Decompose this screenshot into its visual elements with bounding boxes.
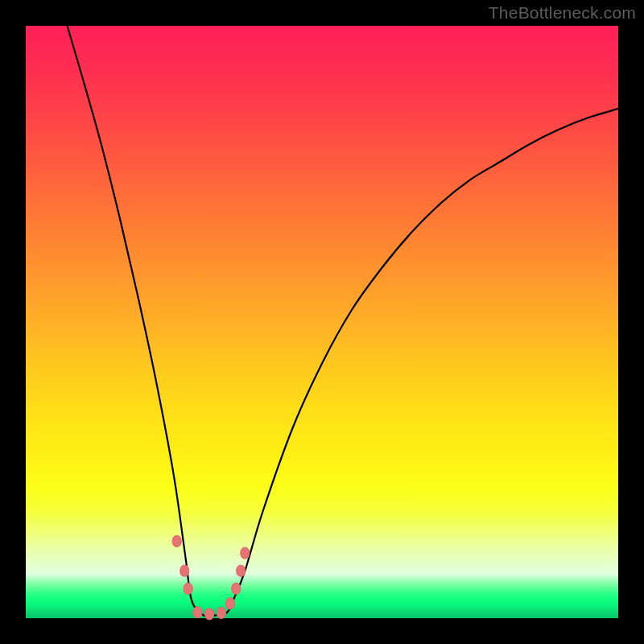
highlight-marker bbox=[184, 583, 192, 594]
highlight-marker bbox=[180, 565, 189, 576]
highlight-marker bbox=[241, 547, 250, 559]
highlight-marker bbox=[232, 583, 241, 594]
highlight-marker bbox=[225, 598, 234, 609]
bottleneck-curve bbox=[68, 26, 621, 617]
chart-frame: TheBottleneck.com bbox=[0, 0, 644, 644]
highlight-marker bbox=[237, 565, 246, 576]
curve-layer bbox=[26, 26, 618, 618]
plot-area bbox=[26, 26, 618, 618]
highlight-marker bbox=[172, 535, 181, 547]
highlight-marker bbox=[205, 609, 214, 620]
highlight-marker bbox=[217, 607, 225, 618]
highlight-marker bbox=[193, 607, 202, 618]
watermark-text: TheBottleneck.com bbox=[489, 3, 636, 23]
